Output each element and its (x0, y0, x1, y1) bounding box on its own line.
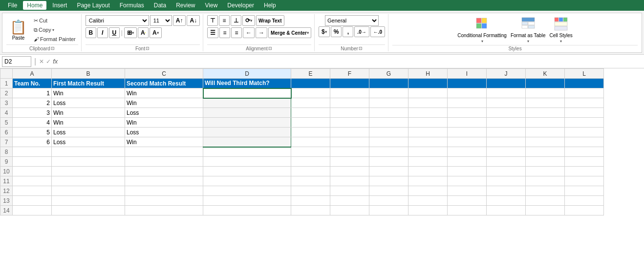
indent-decrease-button[interactable]: ← (243, 27, 255, 38)
table-cell[interactable] (52, 157, 125, 167)
row-number[interactable]: 5 (0, 118, 13, 128)
table-cell[interactable] (125, 157, 203, 167)
table-cell[interactable] (330, 88, 369, 98)
cancel-formula-icon[interactable]: ✕ (39, 58, 44, 65)
row-number[interactable]: 14 (0, 206, 13, 215)
row-number[interactable]: 11 (0, 176, 13, 186)
table-cell[interactable] (487, 147, 526, 157)
table-cell[interactable] (125, 176, 203, 186)
table-cell[interactable] (203, 128, 291, 137)
table-cell[interactable] (487, 128, 526, 137)
menu-page-layout[interactable]: Page Layout (73, 1, 113, 10)
table-cell[interactable] (203, 88, 291, 98)
table-cell[interactable]: Loss (52, 137, 125, 147)
table-cell[interactable] (369, 167, 408, 176)
row-number[interactable]: 6 (0, 128, 13, 137)
row-number[interactable]: 7 (0, 137, 13, 147)
table-cell[interactable] (487, 176, 526, 186)
table-cell[interactable]: Win (52, 88, 125, 98)
clipboard-expand-icon[interactable]: ⊡ (50, 45, 55, 51)
table-cell[interactable] (487, 98, 526, 108)
table-cell[interactable] (291, 137, 330, 147)
table-cell[interactable] (565, 137, 604, 147)
table-cell[interactable] (565, 108, 604, 118)
table-cell[interactable] (565, 167, 604, 176)
table-cell[interactable] (565, 196, 604, 206)
menu-insert[interactable]: Insert (48, 1, 71, 10)
table-cell[interactable] (369, 98, 408, 108)
table-cell[interactable] (526, 157, 565, 167)
menu-formulas[interactable]: Formulas (116, 1, 148, 10)
col-header-e[interactable]: E (291, 69, 330, 79)
table-cell[interactable] (565, 128, 604, 137)
table-cell[interactable] (369, 147, 408, 157)
fill-color-button[interactable]: A (138, 27, 149, 38)
table-cell[interactable]: Win (52, 108, 125, 118)
table-cell[interactable] (526, 176, 565, 186)
table-cell[interactable] (448, 118, 487, 128)
table-cell[interactable]: Win (52, 118, 125, 128)
menu-data[interactable]: Data (150, 1, 170, 10)
menu-review[interactable]: Review (172, 1, 199, 10)
font-color-button[interactable]: A▾ (150, 27, 162, 38)
font-size-select[interactable]: 11 (150, 15, 172, 26)
table-cell[interactable] (125, 186, 203, 196)
table-cell[interactable] (408, 167, 448, 176)
table-cell[interactable] (448, 206, 487, 215)
table-cell[interactable] (52, 196, 125, 206)
table-cell[interactable] (487, 137, 526, 147)
accounting-button[interactable]: $▾ (319, 26, 330, 37)
table-cell[interactable] (203, 176, 291, 186)
table-cell[interactable] (565, 88, 604, 98)
row-number[interactable]: 3 (0, 98, 13, 108)
table-cell[interactable] (565, 176, 604, 186)
table-cell[interactable] (448, 98, 487, 108)
table-cell[interactable] (369, 118, 408, 128)
percent-button[interactable]: % (331, 26, 342, 37)
table-cell[interactable] (487, 108, 526, 118)
alignment-expand-icon[interactable]: ⊡ (268, 45, 273, 51)
table-cell[interactable] (369, 206, 408, 215)
table-cell[interactable]: 3 (13, 108, 52, 118)
italic-button[interactable]: I (97, 27, 108, 38)
insert-function-icon[interactable]: fx (53, 58, 58, 65)
table-cell[interactable] (291, 147, 330, 157)
table-cell[interactable] (487, 88, 526, 98)
col-header-c[interactable]: C (125, 69, 203, 79)
menu-home[interactable]: Home (23, 1, 46, 10)
align-middle-button[interactable]: ≡ (219, 15, 230, 26)
table-cell[interactable] (448, 157, 487, 167)
table-cell[interactable] (487, 157, 526, 167)
table-cell[interactable]: Win (125, 88, 203, 98)
table-cell[interactable] (52, 167, 125, 176)
table-cell[interactable]: Loss (52, 128, 125, 137)
row-number[interactable]: 4 (0, 108, 13, 118)
table-cell[interactable] (526, 108, 565, 118)
decrease-font-button[interactable]: A↓ (187, 15, 200, 26)
table-cell[interactable] (369, 79, 408, 88)
table-cell[interactable] (330, 108, 369, 118)
table-cell[interactable] (330, 118, 369, 128)
table-cell[interactable] (13, 147, 52, 157)
font-expand-icon[interactable]: ⊡ (145, 45, 150, 51)
col-header-a[interactable]: A (13, 69, 52, 79)
table-cell[interactable] (408, 176, 448, 186)
table-cell[interactable] (565, 206, 604, 215)
table-cell[interactable] (291, 196, 330, 206)
table-cell[interactable] (487, 79, 526, 88)
table-cell[interactable] (203, 167, 291, 176)
table-cell[interactable] (330, 147, 369, 157)
spreadsheet-container[interactable]: A B C D E F G H I J K L 1Team No.First M… (0, 68, 644, 250)
row-number[interactable]: 10 (0, 167, 13, 176)
number-format-select[interactable]: General (325, 15, 379, 26)
table-cell[interactable] (408, 128, 448, 137)
format-painter-button[interactable]: 🖌 Format Painter (31, 35, 78, 43)
table-cell[interactable] (565, 79, 604, 88)
conditional-formatting-button[interactable]: Conditional Formatting ▾ (456, 15, 508, 44)
cell-reference-input[interactable] (2, 56, 31, 67)
table-cell[interactable] (448, 137, 487, 147)
table-cell[interactable] (448, 147, 487, 157)
col-header-l[interactable]: L (565, 69, 604, 79)
table-cell[interactable] (448, 176, 487, 186)
col-header-b[interactable]: B (52, 69, 125, 79)
